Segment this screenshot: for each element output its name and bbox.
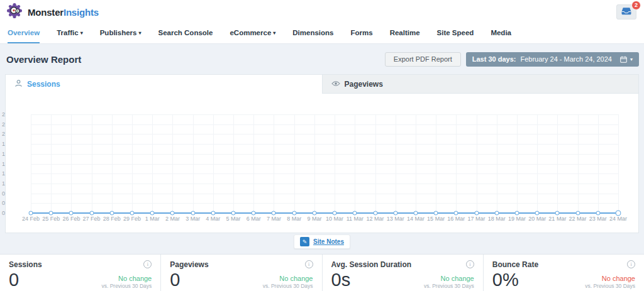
vertical-gridline [152, 114, 153, 213]
vertical-gridline [92, 114, 92, 213]
vertical-gridline [517, 114, 518, 213]
stat-value: 0 [9, 271, 19, 289]
x-tick-label: 13 Mar [387, 216, 404, 222]
stat-card-header: Bounce Ratei [492, 260, 635, 269]
stat-card-body: 0No changevs. Previous 30 Days [170, 271, 313, 289]
chevron-down-icon: ▾ [273, 30, 275, 36]
stat-value: 0 [170, 271, 180, 289]
horizontal-gridline [31, 144, 618, 145]
tab-sessions[interactable]: Sessions [6, 75, 322, 94]
nav-item-ecommerce[interactable]: eCommerce▾ [230, 24, 275, 43]
y-tick-label: 1 [2, 141, 23, 147]
data-point-marker [89, 211, 94, 216]
nav-item-search-console[interactable]: Search Console [158, 24, 213, 43]
nav-item-site-speed[interactable]: Site Speed [437, 24, 474, 43]
notifications-button[interactable]: 2 [616, 4, 636, 19]
data-point-marker [514, 211, 519, 216]
nav-item-realtime[interactable]: Realtime [390, 24, 420, 43]
tab-sessions-label: Sessions [27, 80, 60, 89]
nav-item-overview[interactable]: Overview [8, 24, 40, 43]
vertical-gridline [193, 114, 194, 213]
vertical-gridline [314, 114, 315, 213]
x-tick-label: 1 Mar [145, 216, 160, 222]
x-tick-label: 25 Feb [42, 216, 60, 222]
info-icon[interactable]: i [466, 260, 474, 268]
site-notes-label: Site Notes [313, 238, 344, 245]
stat-label: Sessions [9, 260, 42, 269]
vertical-gridline [477, 114, 477, 213]
y-tick-label: 2 [2, 121, 23, 128]
page-title: Overview Report [6, 54, 81, 65]
info-icon[interactable]: i [143, 260, 152, 268]
x-tick-label: 20 Mar [528, 216, 546, 222]
x-tick-label: 24 Mar [609, 216, 627, 222]
export-pdf-button[interactable]: Export PDF Report [385, 52, 461, 67]
x-tick-label: 16 Mar [447, 216, 465, 222]
data-point-marker [535, 211, 540, 216]
vertical-gridline [253, 114, 254, 213]
info-icon[interactable]: i [627, 260, 635, 268]
x-tick-label: 24 Feb [22, 216, 40, 222]
data-point-marker [575, 211, 580, 216]
change-text: No change [424, 275, 474, 282]
data-point-marker [373, 211, 377, 216]
x-tick-label: 10 Mar [326, 216, 343, 222]
data-point-marker [29, 211, 33, 216]
x-tick-label: 29 Feb [123, 216, 141, 222]
nav-item-traffic[interactable]: Traffic▾ [57, 24, 83, 43]
stat-value: 0s [331, 271, 351, 289]
vertical-gridline [355, 114, 355, 213]
stat-label: Bounce Rate [492, 260, 538, 269]
sessions-line-series [31, 212, 618, 214]
vertical-gridline [274, 114, 274, 213]
date-range-prefix: Last 30 days: [472, 55, 516, 63]
data-point-marker [231, 211, 236, 216]
nav-item-dimensions[interactable]: Dimensions [292, 24, 333, 43]
vertical-gridline [172, 114, 173, 213]
vertical-gridline [416, 114, 416, 213]
x-tick-label: 19 Mar [508, 216, 526, 222]
stat-label: Avg. Session Duration [331, 260, 412, 269]
site-notes-row: ✎ Site Notes [0, 233, 644, 250]
data-point-marker [494, 211, 499, 216]
y-tick-label: 1 [2, 180, 23, 187]
change-text: No change [263, 275, 313, 282]
nav-item-forms[interactable]: Forms [350, 24, 372, 43]
x-tick-label: 22 Mar [569, 216, 587, 222]
y-tick-label: 2 [2, 131, 23, 137]
vertical-gridline [335, 114, 335, 213]
brand-name: MonsterInsights [28, 7, 99, 18]
stat-card-header: Pageviewsi [170, 260, 313, 269]
y-tick-label: 1 [2, 170, 23, 177]
stat-card-sessions: Sessionsi0No changevs. Previous 30 Days [0, 255, 161, 291]
data-point-marker [130, 211, 135, 216]
y-tick-label: 0 [2, 210, 23, 216]
nav-item-media[interactable]: Media [491, 24, 511, 43]
x-tick-label: 15 Mar [427, 216, 445, 222]
vertical-gridline [537, 114, 538, 213]
date-range-picker[interactable]: Last 30 days: February 24 - March 24, 20… [466, 52, 639, 67]
data-point-marker [170, 211, 175, 216]
y-axis-labels: 22211111000 [6, 114, 27, 213]
site-notes-button[interactable]: ✎ Site Notes [294, 234, 350, 249]
y-tick-label: 1 [2, 151, 23, 157]
stat-change: No changevs. Previous 30 Days [101, 275, 152, 289]
x-tick-label: 27 Feb [83, 216, 101, 222]
x-tick-label: 23 Mar [589, 216, 607, 222]
data-point-marker [474, 211, 479, 216]
nav-item-publishers[interactable]: Publishers▾ [100, 24, 142, 43]
stat-card-avg-session-duration: Avg. Session Durationi0sNo changevs. Pre… [323, 255, 484, 291]
eye-icon [331, 80, 340, 89]
data-point-marker [150, 211, 155, 216]
x-tick-label: 14 Mar [407, 216, 425, 222]
y-tick-label: 1 [2, 161, 23, 167]
vertical-gridline [598, 114, 599, 213]
horizontal-gridline [31, 173, 618, 174]
horizontal-gridline [31, 203, 618, 204]
info-icon[interactable]: i [305, 260, 313, 268]
horizontal-gridline [31, 114, 618, 115]
x-tick-label: 9 Mar [307, 216, 321, 222]
tab-pageviews[interactable]: Pageviews [322, 75, 639, 94]
vertical-gridline [618, 114, 619, 213]
sessions-line-chart: 22211111000 24 Feb25 Feb26 Feb27 Feb28 F… [6, 94, 638, 233]
